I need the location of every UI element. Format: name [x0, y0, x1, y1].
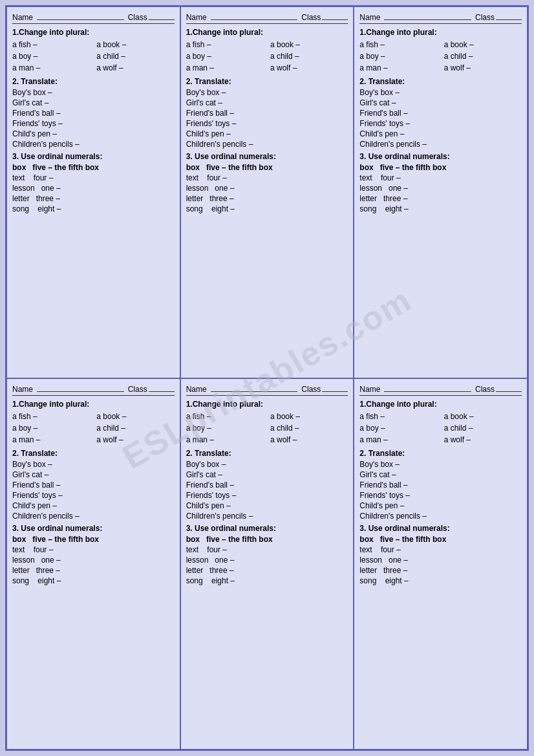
translate-item: Children's pencils – — [359, 512, 522, 521]
plural-item: a book – — [96, 412, 174, 421]
name-line — [211, 11, 298, 20]
ordinal-item: song eight – — [12, 576, 175, 585]
plural-row: a man – a wolf – — [186, 434, 348, 446]
section3-title: 3. Use ordinal numerals: — [359, 152, 522, 161]
ordinal-example: box five – the fifth box — [12, 163, 175, 172]
ordinal-item: lesson one – — [12, 184, 175, 193]
translate-item: Children's pencils – — [186, 140, 348, 149]
worksheet-grid: Name Class 1.Change into plural: a fish … — [5, 5, 529, 751]
plural-item: a child – — [270, 52, 348, 61]
plural-item: a child – — [96, 424, 174, 433]
translate-item: Friends' toys – — [186, 119, 348, 128]
translate-item: Children's pencils – — [186, 512, 348, 521]
plural-item: a man – — [12, 63, 90, 72]
translate-item: Girl's cat – — [359, 470, 522, 479]
plural-col1: a fish – a book – — [12, 39, 175, 50]
section1-title: 1.Change into plural: — [186, 400, 348, 409]
translate-item: Child's pen – — [12, 129, 175, 138]
translate-item: Friend's ball – — [12, 481, 175, 490]
plural-item: a fish – — [186, 412, 264, 421]
section3-title: 3. Use ordinal numerals: — [186, 152, 348, 161]
class-line — [149, 383, 175, 392]
translate-item: Friend's ball – — [359, 481, 522, 490]
ordinal-item: lesson one – — [359, 556, 522, 565]
plural-row: a man – a wolf – — [186, 62, 348, 74]
name-row: Name Class — [359, 11, 522, 24]
ordinal-example: box five – the fifth box — [359, 163, 522, 172]
section3-title: 3. Use ordinal numerals: — [12, 524, 175, 533]
plural-item: a wolf – — [270, 435, 348, 444]
translate-item: Friend's ball – — [186, 109, 348, 118]
ordinal-item: text four – — [359, 545, 522, 554]
section3-title: 3. Use ordinal numerals: — [12, 152, 175, 161]
plural-item: a boy – — [359, 424, 437, 433]
class-label: Class — [128, 13, 147, 22]
translate-item: Boy's box – — [359, 460, 522, 469]
section2-title: 2. Translate: — [359, 77, 522, 86]
section2-title: 2. Translate: — [12, 77, 175, 86]
plural-item: a boy – — [359, 52, 437, 61]
plural-item: a child – — [96, 52, 174, 61]
plural-item: a fish – — [12, 40, 90, 49]
card-2-2: Name Class 1.Change into plural: a fish … — [180, 378, 354, 750]
translate-item: Girl's cat – — [186, 98, 348, 107]
plural-row: a boy – a child – — [359, 50, 522, 62]
translate-item: Girl's cat – — [186, 470, 348, 479]
translate-item: Girl's cat – — [359, 98, 522, 107]
section2-title: 2. Translate: — [12, 449, 175, 458]
section2-title: 2. Translate: — [359, 449, 522, 458]
plural-item: a fish – — [359, 412, 437, 421]
plural-item: a book – — [270, 40, 348, 49]
ordinal-item: lesson one – — [359, 184, 522, 193]
card-2-3: Name Class 1.Change into plural: a fish … — [354, 378, 528, 750]
name-label: Name — [186, 385, 207, 394]
translate-item: Friends' toys – — [359, 119, 522, 128]
ordinal-item: song eight – — [359, 576, 522, 585]
ordinal-item: lesson one – — [186, 556, 348, 565]
class-line — [496, 383, 522, 392]
plural-row: a fish – a book – — [186, 39, 348, 50]
plural-item: a fish – — [186, 40, 264, 49]
ordinal-item: text four – — [12, 173, 175, 182]
class-label: Class — [301, 385, 321, 394]
plural-item: a boy – — [186, 52, 264, 61]
class-line — [496, 11, 522, 20]
ordinal-example: box five – the fifth box — [186, 163, 348, 172]
translate-item: Girl's cat – — [12, 98, 175, 107]
section1-title: 1.Change into plural: — [186, 28, 348, 37]
translate-item: Children's pencils – — [12, 512, 175, 521]
plural-col2: a boy – a child – — [12, 50, 175, 62]
section1-title: 1.Change into plural: — [12, 400, 175, 409]
translate-item: Child's pen – — [186, 501, 348, 510]
plural-row: a fish – a book – — [186, 411, 348, 422]
class-label: Class — [301, 13, 321, 22]
class-label: Class — [128, 385, 147, 394]
plural-item: a wolf – — [96, 63, 174, 72]
translate-item: Friend's ball – — [359, 109, 522, 118]
name-label: Name — [359, 13, 380, 22]
plural-item: a book – — [444, 40, 522, 49]
class-label: Class — [475, 13, 495, 22]
class-line — [322, 11, 348, 20]
ordinal-item: letter three – — [12, 566, 175, 575]
section1-title: 1.Change into plural: — [12, 28, 175, 37]
ordinal-item: lesson one – — [12, 556, 175, 565]
plural-row: a fish – a book – — [12, 411, 175, 422]
translate-item: Boy's box – — [186, 460, 348, 469]
ordinal-item: song eight – — [186, 204, 348, 213]
ordinal-item: text four – — [12, 545, 175, 554]
card-1-1: Name Class 1.Change into plural: a fish … — [6, 6, 180, 378]
card-1-3: Name Class 1.Change into plural: a fish … — [354, 6, 528, 378]
section2-title: 2. Translate: — [186, 77, 348, 86]
translate-item: Friend's ball – — [12, 109, 175, 118]
translate-item: Child's pen – — [12, 501, 175, 510]
name-label: Name — [186, 13, 207, 22]
name-line — [37, 383, 124, 392]
ordinal-item: text four – — [186, 545, 348, 554]
plural-row: a man – a wolf – — [12, 434, 175, 446]
translate-item: Child's pen – — [186, 129, 348, 138]
translate-item: Friends' toys – — [359, 491, 522, 500]
translate-item: Friends' toys – — [12, 491, 175, 500]
translate-item: Girl's cat – — [12, 470, 175, 479]
name-line — [211, 383, 298, 392]
